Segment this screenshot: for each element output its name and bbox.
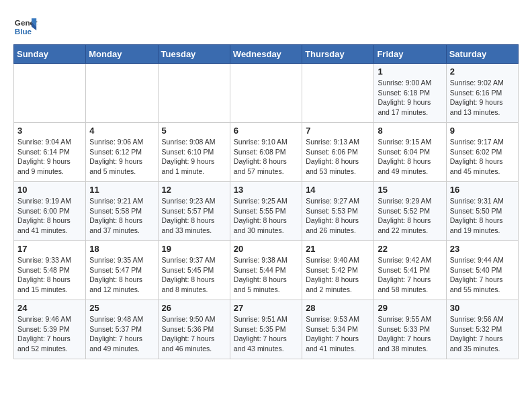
calendar-cell: 16Sunrise: 9:31 AM Sunset: 5:50 PM Dayli… bbox=[446, 182, 518, 241]
cell-info: Sunrise: 9:50 AM Sunset: 5:36 PM Dayligh… bbox=[162, 314, 226, 354]
day-number: 5 bbox=[162, 126, 226, 136]
calendar-week-row: 3Sunrise: 9:04 AM Sunset: 6:14 PM Daylig… bbox=[14, 123, 519, 182]
calendar-cell: 4Sunrise: 9:06 AM Sunset: 6:12 PM Daylig… bbox=[86, 123, 158, 182]
cell-info: Sunrise: 9:35 AM Sunset: 5:47 PM Dayligh… bbox=[89, 255, 154, 295]
calendar-week-row: 24Sunrise: 9:46 AM Sunset: 5:39 PM Dayli… bbox=[14, 300, 519, 359]
day-number: 13 bbox=[234, 185, 298, 195]
calendar-cell: 21Sunrise: 9:40 AM Sunset: 5:42 PM Dayli… bbox=[302, 241, 374, 300]
cell-info: Sunrise: 9:48 AM Sunset: 5:37 PM Dayligh… bbox=[89, 314, 154, 354]
cell-info: Sunrise: 9:31 AM Sunset: 5:50 PM Dayligh… bbox=[450, 196, 515, 236]
day-number: 12 bbox=[162, 185, 226, 195]
calendar-cell: 18Sunrise: 9:35 AM Sunset: 5:47 PM Dayli… bbox=[86, 241, 158, 300]
day-number: 17 bbox=[17, 244, 82, 254]
cell-info: Sunrise: 9:17 AM Sunset: 6:02 PM Dayligh… bbox=[450, 137, 515, 177]
calendar-cell: 20Sunrise: 9:38 AM Sunset: 5:44 PM Dayli… bbox=[230, 241, 302, 300]
cell-info: Sunrise: 9:06 AM Sunset: 6:12 PM Dayligh… bbox=[89, 137, 154, 177]
calendar-cell: 19Sunrise: 9:37 AM Sunset: 5:45 PM Dayli… bbox=[158, 241, 230, 300]
cell-info: Sunrise: 9:15 AM Sunset: 6:04 PM Dayligh… bbox=[378, 137, 442, 177]
day-header-saturday: Saturday bbox=[446, 45, 518, 64]
calendar-week-row: 1Sunrise: 9:00 AM Sunset: 6:18 PM Daylig… bbox=[14, 64, 519, 123]
logo: General Blue bbox=[13, 13, 42, 38]
day-header-thursday: Thursday bbox=[302, 45, 374, 64]
cell-info: Sunrise: 9:25 AM Sunset: 5:55 PM Dayligh… bbox=[234, 196, 298, 236]
calendar-week-row: 10Sunrise: 9:19 AM Sunset: 6:00 PM Dayli… bbox=[14, 182, 519, 241]
day-header-wednesday: Wednesday bbox=[230, 45, 302, 64]
day-number: 26 bbox=[162, 303, 226, 313]
calendar-cell: 29Sunrise: 9:55 AM Sunset: 5:33 PM Dayli… bbox=[374, 300, 446, 359]
calendar-cell bbox=[86, 64, 158, 123]
calendar-cell: 26Sunrise: 9:50 AM Sunset: 5:36 PM Dayli… bbox=[158, 300, 230, 359]
cell-info: Sunrise: 9:44 AM Sunset: 5:40 PM Dayligh… bbox=[450, 255, 515, 295]
cell-info: Sunrise: 9:38 AM Sunset: 5:44 PM Dayligh… bbox=[234, 255, 298, 295]
calendar-cell: 1Sunrise: 9:00 AM Sunset: 6:18 PM Daylig… bbox=[374, 64, 446, 123]
day-number: 30 bbox=[450, 303, 515, 313]
cell-info: Sunrise: 9:53 AM Sunset: 5:34 PM Dayligh… bbox=[306, 314, 370, 354]
calendar-cell: 3Sunrise: 9:04 AM Sunset: 6:14 PM Daylig… bbox=[14, 123, 86, 182]
cell-info: Sunrise: 9:37 AM Sunset: 5:45 PM Dayligh… bbox=[162, 255, 226, 295]
day-number: 3 bbox=[17, 126, 82, 136]
day-header-tuesday: Tuesday bbox=[158, 45, 230, 64]
cell-info: Sunrise: 9:00 AM Sunset: 6:18 PM Dayligh… bbox=[378, 78, 442, 118]
calendar-cell: 2Sunrise: 9:02 AM Sunset: 6:16 PM Daylig… bbox=[446, 64, 518, 123]
cell-info: Sunrise: 9:10 AM Sunset: 6:08 PM Dayligh… bbox=[234, 137, 298, 177]
calendar-cell: 30Sunrise: 9:56 AM Sunset: 5:32 PM Dayli… bbox=[446, 300, 518, 359]
day-number: 27 bbox=[234, 303, 298, 313]
cell-info: Sunrise: 9:33 AM Sunset: 5:48 PM Dayligh… bbox=[17, 255, 82, 295]
calendar-cell: 24Sunrise: 9:46 AM Sunset: 5:39 PM Dayli… bbox=[14, 300, 86, 359]
day-number: 28 bbox=[306, 303, 370, 313]
logo-icon: General Blue bbox=[13, 13, 38, 38]
calendar-cell: 9Sunrise: 9:17 AM Sunset: 6:02 PM Daylig… bbox=[446, 123, 518, 182]
calendar-cell: 22Sunrise: 9:42 AM Sunset: 5:41 PM Dayli… bbox=[374, 241, 446, 300]
day-number: 6 bbox=[234, 126, 298, 136]
day-number: 2 bbox=[450, 66, 515, 77]
day-number: 1 bbox=[378, 66, 442, 77]
day-number: 23 bbox=[450, 244, 515, 254]
day-number: 10 bbox=[17, 185, 82, 195]
day-number: 25 bbox=[89, 303, 154, 313]
cell-info: Sunrise: 9:08 AM Sunset: 6:10 PM Dayligh… bbox=[162, 137, 226, 177]
calendar-week-row: 17Sunrise: 9:33 AM Sunset: 5:48 PM Dayli… bbox=[14, 241, 519, 300]
calendar-cell: 6Sunrise: 9:10 AM Sunset: 6:08 PM Daylig… bbox=[230, 123, 302, 182]
calendar-cell: 12Sunrise: 9:23 AM Sunset: 5:57 PM Dayli… bbox=[158, 182, 230, 241]
day-number: 18 bbox=[89, 244, 154, 254]
calendar-cell: 7Sunrise: 9:13 AM Sunset: 6:06 PM Daylig… bbox=[302, 123, 374, 182]
cell-info: Sunrise: 9:55 AM Sunset: 5:33 PM Dayligh… bbox=[378, 314, 442, 354]
calendar-cell bbox=[158, 64, 230, 123]
day-number: 16 bbox=[450, 185, 515, 195]
day-header-friday: Friday bbox=[374, 45, 446, 64]
day-header-sunday: Sunday bbox=[14, 45, 86, 64]
calendar-cell: 10Sunrise: 9:19 AM Sunset: 6:00 PM Dayli… bbox=[14, 182, 86, 241]
day-number: 24 bbox=[17, 303, 82, 313]
calendar-cell bbox=[14, 64, 86, 123]
calendar-cell bbox=[302, 64, 374, 123]
cell-info: Sunrise: 9:02 AM Sunset: 6:16 PM Dayligh… bbox=[450, 78, 515, 118]
calendar-cell: 14Sunrise: 9:27 AM Sunset: 5:53 PM Dayli… bbox=[302, 182, 374, 241]
cell-info: Sunrise: 9:23 AM Sunset: 5:57 PM Dayligh… bbox=[162, 196, 226, 236]
cell-info: Sunrise: 9:29 AM Sunset: 5:52 PM Dayligh… bbox=[378, 196, 442, 236]
day-number: 7 bbox=[306, 126, 370, 136]
day-number: 14 bbox=[306, 185, 370, 195]
calendar-cell: 13Sunrise: 9:25 AM Sunset: 5:55 PM Dayli… bbox=[230, 182, 302, 241]
calendar-cell: 5Sunrise: 9:08 AM Sunset: 6:10 PM Daylig… bbox=[158, 123, 230, 182]
day-number: 8 bbox=[378, 126, 442, 136]
day-number: 29 bbox=[378, 303, 442, 313]
day-number: 9 bbox=[450, 126, 515, 136]
day-number: 15 bbox=[378, 185, 442, 195]
day-header-monday: Monday bbox=[86, 45, 158, 64]
day-number: 20 bbox=[234, 244, 298, 254]
cell-info: Sunrise: 9:42 AM Sunset: 5:41 PM Dayligh… bbox=[378, 255, 442, 295]
cell-info: Sunrise: 9:51 AM Sunset: 5:35 PM Dayligh… bbox=[234, 314, 298, 354]
cell-info: Sunrise: 9:19 AM Sunset: 6:00 PM Dayligh… bbox=[17, 196, 82, 236]
calendar-table: SundayMondayTuesdayWednesdayThursdayFrid… bbox=[13, 44, 519, 359]
calendar-cell: 15Sunrise: 9:29 AM Sunset: 5:52 PM Dayli… bbox=[374, 182, 446, 241]
calendar-cell: 8Sunrise: 9:15 AM Sunset: 6:04 PM Daylig… bbox=[374, 123, 446, 182]
day-number: 21 bbox=[306, 244, 370, 254]
page-header: General Blue bbox=[13, 13, 519, 38]
svg-text:Blue: Blue bbox=[15, 27, 32, 36]
day-number: 19 bbox=[162, 244, 226, 254]
cell-info: Sunrise: 9:13 AM Sunset: 6:06 PM Dayligh… bbox=[306, 137, 370, 177]
cell-info: Sunrise: 9:40 AM Sunset: 5:42 PM Dayligh… bbox=[306, 255, 370, 295]
cell-info: Sunrise: 9:21 AM Sunset: 5:58 PM Dayligh… bbox=[89, 196, 154, 236]
day-number: 11 bbox=[89, 185, 154, 195]
calendar-cell: 25Sunrise: 9:48 AM Sunset: 5:37 PM Dayli… bbox=[86, 300, 158, 359]
